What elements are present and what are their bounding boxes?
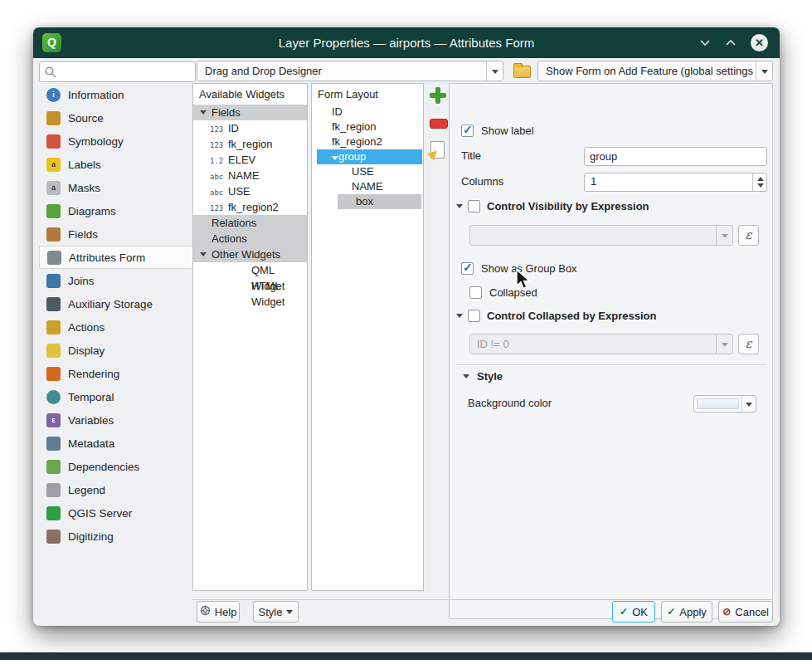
sidebar-item-label: Diagrams [68,205,116,217]
style-menu-button[interactable]: Style [253,601,299,622]
cancel-icon: ⊘ [722,606,731,618]
search-input[interactable] [60,63,192,81]
tree-item-fk-region2[interactable]: 123fk_region2 [193,199,307,215]
sidebar-item-actions[interactable]: Actions [39,315,193,339]
form-open-behavior-combo[interactable]: Show Form on Add Feature (global setting… [537,61,773,81]
cancel-button[interactable]: ⊘ Cancel [718,601,773,622]
layout-item-box[interactable]: box [312,194,423,209]
titlebar[interactable]: Q Layer Properties — airports — Attribut… [33,27,780,58]
tree-item-name[interactable]: abcNAME [193,168,307,183]
layout-item-name[interactable]: NAME [312,179,423,194]
show-as-group-box-checkbox[interactable] [461,262,474,275]
sidebar-item-attributes-form[interactable]: Attributes Form [39,246,193,269]
sidebar-search[interactable] [39,61,196,82]
check-icon: ✓ [620,606,628,618]
sidebar-item-information[interactable]: iInformation [39,83,193,106]
sidebar-item-qgis-server[interactable]: QGIS Server [39,501,193,525]
chevron-down-icon [741,396,756,412]
help-label: Help [215,606,237,618]
sidebar-item-variables[interactable]: εVariables [39,408,193,432]
dependencies-icon [46,460,61,474]
collapse-icon[interactable] [200,110,207,115]
sidebar-item-metadata[interactable]: Metadata [39,432,193,455]
remove-widget-button[interactable] [428,113,448,133]
cancel-label: Cancel [735,606,768,618]
columns-spinbox[interactable]: 1 [584,173,767,192]
tree-item-fk-region[interactable]: 123fk_region [193,136,307,152]
tree-item-qml-widget[interactable]: QML Widget [193,262,307,278]
visibility-expression-combo[interactable] [469,225,733,246]
spin-buttons[interactable] [752,173,766,191]
collapse-icon[interactable] [200,252,207,256]
sidebar-item-source[interactable]: Source [39,106,193,129]
layout-item-group-selected[interactable]: group [317,149,422,164]
sidebar-item-labels[interactable]: aLabels [39,153,193,176]
section-collapse-icon[interactable] [456,204,463,208]
layout-item-use[interactable]: USE [312,164,423,179]
sidebar-item-fields[interactable]: Fields [39,222,193,246]
spin-up-icon[interactable] [757,177,764,181]
columns-value: 1 [591,175,596,188]
background-color-button[interactable] [693,395,756,413]
collapsed-expression-combo[interactable]: ID != 0 [469,334,733,354]
visibility-expression-builder-button[interactable]: ε [738,225,759,246]
tree-item-html-widget[interactable]: HTML Widget [193,278,307,294]
show-label-checkbox[interactable] [461,124,474,137]
tree-item-use[interactable]: abcUSE [193,183,307,199]
collapsed-checkbox[interactable] [469,286,482,299]
layer-properties-dialog: Q Layer Properties — airports — Attribut… [33,27,780,626]
window-close-button[interactable]: ✕ [751,34,768,51]
tree-category-actions[interactable]: Actions [193,231,307,247]
window-maximize-icon[interactable] [725,39,737,46]
display-icon [46,344,61,358]
designer-mode-combo[interactable]: Drag and Drop Designer [197,61,503,81]
help-icon [200,605,211,618]
sidebar-item-dependencies[interactable]: Dependencies [39,455,193,478]
sidebar-item-joins[interactable]: Joins [39,269,193,292]
sidebar-item-diagrams[interactable]: Diagrams [39,199,193,222]
ok-button[interactable]: ✓ OK [612,601,655,622]
add-widget-button[interactable] [428,85,448,105]
collapse-icon[interactable] [332,156,338,160]
help-button[interactable]: Help [197,601,240,622]
section-collapse-icon[interactable] [456,314,463,318]
masks-icon: a [46,181,61,195]
sidebar-item-label: Temporal [68,391,114,403]
collapsed-expression-builder-button[interactable]: ε [738,334,759,354]
tree-item-id[interactable]: 123ID [193,120,307,136]
form-settings-button[interactable] [511,61,533,83]
auxiliary-storage-icon [46,297,61,311]
sidebar-item-display[interactable]: Display [39,339,193,362]
group-properties-panel: Show label Title Columns 1 Control Visib… [449,83,773,619]
layout-item-fk-region[interactable]: fk_region [312,120,423,134]
control-collapsed-checkbox[interactable] [468,310,480,322]
tree-category-relations[interactable]: Relations [193,215,307,231]
control-visibility-checkbox[interactable] [468,200,480,212]
tree-category-other-widgets[interactable]: Other Widgets [193,247,307,262]
sidebar-item-label: Symbology [68,135,124,148]
section-collapse-icon[interactable] [463,374,469,378]
sidebar-item-label: Labels [68,159,101,171]
sidebar-item-masks[interactable]: aMasks [39,176,193,199]
sidebar-item-label: Actions [68,321,105,334]
spin-down-icon[interactable] [757,183,764,188]
form-settings-icon [513,66,531,78]
window-shade-icon[interactable] [699,39,711,46]
sidebar-item-label: Legend [68,484,105,496]
tree-item-elev[interactable]: 1.2ELEV [193,152,307,168]
sidebar-item-rendering[interactable]: Rendering [39,362,193,385]
collapsed-expression-value: ID != 0 [477,338,509,350]
tree-category-fields[interactable]: Fields [193,105,307,120]
sidebar-item-temporal[interactable]: Temporal [39,385,193,408]
sidebar-item-digitizing[interactable]: Digitizing [39,525,193,548]
sidebar-item-auxiliary-storage[interactable]: Auxiliary Storage [39,292,193,315]
edit-widget-button[interactable] [428,139,448,159]
sidebar-item-legend[interactable]: Legend [39,478,193,501]
tree-label: HTML Widget [251,280,284,308]
layout-item-fk-region2[interactable]: fk_region2 [312,134,423,149]
title-input[interactable] [584,147,767,166]
sidebar-item-symbology[interactable]: Symbology [39,129,193,153]
apply-button[interactable]: ✓ Apply [661,601,712,622]
layout-item-id[interactable]: ID [312,105,423,120]
footer-divider [192,599,773,600]
